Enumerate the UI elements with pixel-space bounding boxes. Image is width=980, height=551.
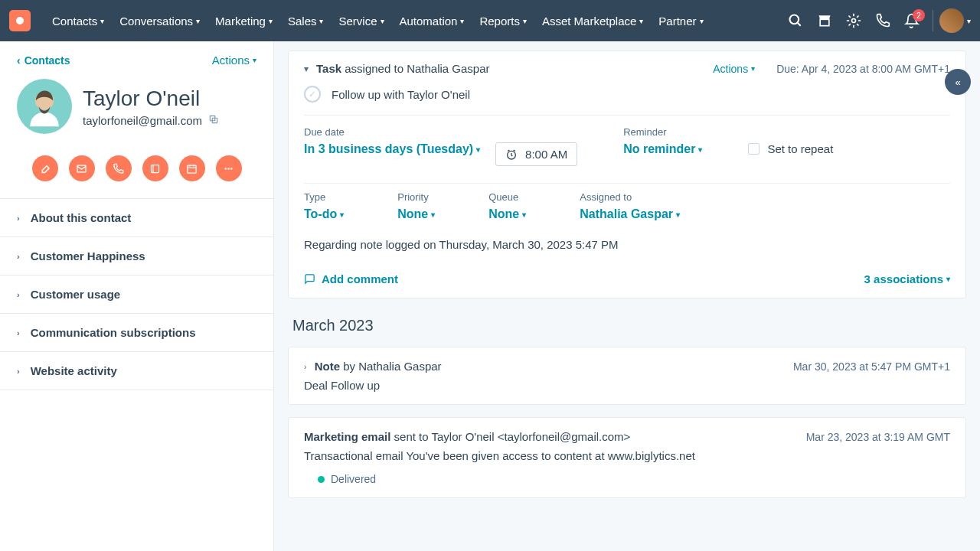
svg-line-1 (798, 23, 801, 26)
calling-icon[interactable] (868, 6, 897, 35)
nav-service[interactable]: Service▾ (331, 8, 391, 34)
chevron-right-icon: › (17, 290, 20, 299)
nav-conversations[interactable]: Conversations▾ (112, 8, 207, 34)
reminder-label: Reminder (623, 126, 702, 138)
collapse-task-icon[interactable]: ▾ (304, 64, 309, 74)
due-time-input[interactable]: 8:00 AM (495, 142, 577, 166)
call-button[interactable] (106, 155, 132, 181)
svg-rect-2 (820, 19, 829, 25)
contact-name: Taylor O'neil (83, 86, 219, 111)
note-card: › Note by Nathalia Gaspar Mar 30, 2023 a… (288, 347, 966, 405)
type-label: Type (304, 191, 344, 203)
chevron-right-icon: › (17, 367, 20, 376)
svg-rect-8 (152, 165, 159, 172)
reminder-dropdown[interactable]: No reminder▾ (623, 142, 702, 156)
copy-email-icon[interactable] (208, 114, 219, 127)
contact-email: taylorfoneil@gmail.com (83, 114, 202, 127)
top-nav: Contacts▾ Conversations▾ Marketing▾ Sale… (0, 0, 980, 41)
complete-task-checkbox[interactable]: ✓ (304, 86, 321, 103)
section-customer-happiness[interactable]: ›Customer Happiness (0, 237, 273, 276)
collapse-panel-button[interactable]: « (945, 69, 971, 95)
comment-icon (304, 273, 315, 285)
associations-dropdown[interactable]: 3 associations▾ (864, 272, 950, 285)
nav-sales[interactable]: Sales▾ (280, 8, 332, 34)
queue-dropdown[interactable]: None▾ (488, 207, 526, 221)
marketing-email-card: Marketing email sent to Taylor O'neil <t… (288, 417, 966, 498)
notifications-icon[interactable]: 2 (897, 6, 926, 35)
user-avatar[interactable] (939, 8, 964, 33)
task-actions-dropdown[interactable]: Actions▾ (713, 63, 755, 75)
task-description: Regarding note logged on Thursday, March… (289, 235, 965, 263)
section-website-activity[interactable]: ›Website activity (0, 352, 273, 390)
nav-automation[interactable]: Automation▾ (392, 8, 472, 34)
section-about[interactable]: ›About this contact (0, 199, 273, 237)
svg-point-15 (227, 168, 230, 170)
back-to-contacts[interactable]: ‹ Contacts (17, 54, 70, 67)
task-due-text: Due: Apr 4, 2023 at 8:00 AM GMT+1 (776, 63, 950, 75)
assigned-to-label: Assigned to (580, 191, 680, 203)
note-body: Deal Follow up (304, 373, 950, 392)
section-communication-subscriptions[interactable]: ›Communication subscriptions (0, 314, 273, 352)
user-menu-caret[interactable]: ▾ (967, 17, 971, 25)
email-body: Transactional email You've been given ac… (304, 443, 950, 462)
priority-label: Priority (397, 191, 435, 203)
chevron-right-icon: › (17, 214, 20, 223)
hubspot-logo-icon[interactable] (9, 10, 31, 31)
log-button[interactable] (142, 155, 168, 181)
schedule-button[interactable] (179, 155, 205, 181)
note-timestamp: Mar 30, 2023 at 5:47 PM GMT+1 (793, 360, 950, 373)
section-customer-usage[interactable]: ›Customer usage (0, 276, 273, 314)
svg-point-14 (225, 168, 227, 170)
create-note-button[interactable] (32, 155, 58, 181)
set-to-repeat-checkbox[interactable] (748, 143, 760, 155)
search-icon[interactable] (781, 6, 810, 35)
add-comment-button[interactable]: Add comment (304, 272, 398, 285)
set-to-repeat-label: Set to repeat (767, 142, 833, 155)
contact-sidebar: ‹ Contacts Actions▾ Taylor O'neil taylor… (0, 41, 274, 551)
task-title: Follow up with Taylor O'neil (332, 88, 470, 101)
nav-partner[interactable]: Partner▾ (651, 8, 710, 34)
email-timestamp: Mar 23, 2023 at 3:19 AM GMT (806, 431, 950, 443)
month-divider: March 2023 (288, 311, 966, 347)
status-dot-icon (318, 476, 325, 483)
email-button[interactable] (69, 155, 95, 181)
settings-icon[interactable] (839, 6, 868, 35)
nav-marketing[interactable]: Marketing▾ (207, 8, 280, 34)
contact-avatar (17, 79, 72, 134)
type-dropdown[interactable]: To-do▾ (304, 207, 344, 221)
nav-reports[interactable]: Reports▾ (472, 8, 534, 34)
more-button[interactable] (216, 155, 242, 181)
nav-asset-marketplace[interactable]: Asset Marketplace▾ (534, 8, 651, 34)
chevron-right-icon: › (17, 328, 20, 337)
task-card: ▾ Task assigned to Nathalia Gaspar Actio… (288, 51, 966, 298)
email-status: Delivered (304, 462, 950, 485)
due-date-label: Due date (304, 126, 480, 138)
sidebar-actions-dropdown[interactable]: Actions▾ (212, 54, 256, 67)
notification-badge: 2 (913, 9, 925, 21)
queue-label: Queue (488, 191, 526, 203)
svg-rect-10 (188, 165, 196, 173)
assigned-to-dropdown[interactable]: Nathalia Gaspar▾ (580, 207, 680, 221)
expand-note-icon[interactable]: › (304, 362, 307, 371)
svg-point-3 (852, 19, 856, 23)
activity-timeline: ▾ Task assigned to Nathalia Gaspar Actio… (274, 41, 980, 551)
marketplace-icon[interactable] (810, 6, 839, 35)
svg-point-0 (790, 15, 799, 24)
chevron-left-icon: ‹ (17, 54, 21, 67)
chevron-right-icon: › (17, 252, 20, 261)
priority-dropdown[interactable]: None▾ (397, 207, 435, 221)
clock-icon (505, 148, 518, 161)
nav-contacts[interactable]: Contacts▾ (44, 8, 112, 34)
svg-point-16 (230, 168, 233, 170)
due-date-picker[interactable]: In 3 business days (Tuesday)▾ (304, 142, 480, 156)
